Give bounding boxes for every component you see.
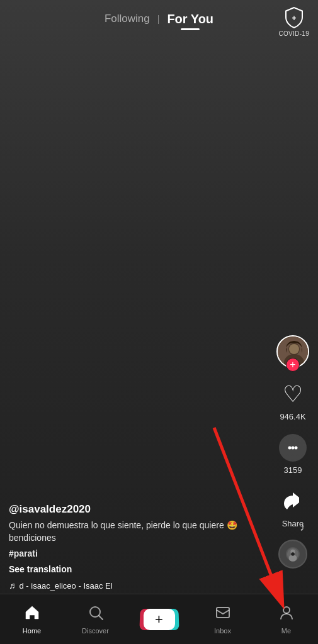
svg-point-19 bbox=[283, 607, 290, 613]
foryou-tab[interactable]: For You bbox=[159, 6, 221, 33]
nav-create[interactable]: + bbox=[127, 609, 191, 630]
see-translation-button[interactable]: See translation bbox=[9, 564, 268, 574]
share-icon bbox=[281, 490, 304, 513]
following-tab[interactable]: Following bbox=[97, 6, 157, 31]
svg-text:+: + bbox=[292, 14, 296, 23]
inbox-label: Inbox bbox=[214, 627, 231, 635]
music-note-icon: ♬ bbox=[9, 580, 16, 591]
bottom-nav: Home Discover + Inbox bbox=[0, 594, 318, 644]
music-disc-inner bbox=[280, 541, 306, 567]
nav-home[interactable]: Home bbox=[0, 604, 64, 635]
svg-point-13 bbox=[291, 552, 294, 555]
top-nav: Following | For You + COVID-19 bbox=[0, 0, 318, 38]
svg-point-6 bbox=[292, 447, 295, 450]
bottom-info: @isavaldez2020 Quien no demuestra lo que… bbox=[9, 503, 268, 591]
like-action[interactable]: ♡ 946.4K bbox=[278, 379, 308, 421]
hashtag-text: #parati bbox=[9, 548, 38, 558]
video-username[interactable]: @isavaldez2020 bbox=[9, 503, 268, 516]
nav-me[interactable]: Me bbox=[254, 604, 318, 635]
follow-plus-button[interactable]: + bbox=[286, 358, 300, 372]
svg-point-4 bbox=[289, 344, 299, 354]
covid-shield-icon: + bbox=[283, 6, 305, 29]
nav-discover[interactable]: Discover bbox=[64, 604, 127, 635]
video-hashtag[interactable]: #parati bbox=[9, 548, 268, 560]
svg-line-17 bbox=[99, 616, 103, 619]
heart-icon: ♡ bbox=[283, 381, 303, 408]
me-icon bbox=[278, 604, 295, 625]
caption-text: Quien no demuestra lo que siente, pierde… bbox=[9, 520, 237, 543]
svg-point-5 bbox=[288, 447, 292, 450]
music-text: d - isaac_eliceo - Isaac El bbox=[20, 581, 113, 591]
floating-music-note: ♪ bbox=[300, 521, 305, 534]
plus-icon: + bbox=[155, 611, 163, 628]
comment-count: 3159 bbox=[284, 465, 302, 475]
inbox-icon bbox=[215, 604, 231, 625]
comment-action[interactable]: 3159 bbox=[278, 433, 308, 475]
svg-point-7 bbox=[295, 447, 298, 450]
like-icon-wrap: ♡ bbox=[278, 379, 308, 409]
covid-button[interactable]: + COVID-19 bbox=[278, 6, 309, 37]
create-plus-button[interactable]: + bbox=[144, 609, 175, 630]
comment-icon-wrap bbox=[278, 433, 308, 463]
video-caption: Quien no demuestra lo que siente, pierde… bbox=[9, 519, 268, 544]
home-icon bbox=[24, 604, 40, 625]
music-disc[interactable] bbox=[278, 540, 307, 569]
home-label: Home bbox=[23, 627, 41, 635]
share-icon-wrap bbox=[278, 486, 308, 516]
svg-rect-18 bbox=[217, 608, 229, 618]
me-label: Me bbox=[281, 627, 291, 635]
music-row[interactable]: ♬ d - isaac_eliceo - Isaac El bbox=[9, 580, 268, 591]
discover-icon bbox=[88, 604, 104, 625]
covid-label: COVID-19 bbox=[278, 30, 309, 37]
nav-inbox[interactable]: Inbox bbox=[191, 604, 254, 635]
discover-label: Discover bbox=[82, 627, 109, 635]
creator-avatar[interactable]: + bbox=[276, 335, 309, 368]
like-count: 946.4K bbox=[280, 412, 305, 421]
comment-bubble-icon bbox=[279, 434, 307, 462]
